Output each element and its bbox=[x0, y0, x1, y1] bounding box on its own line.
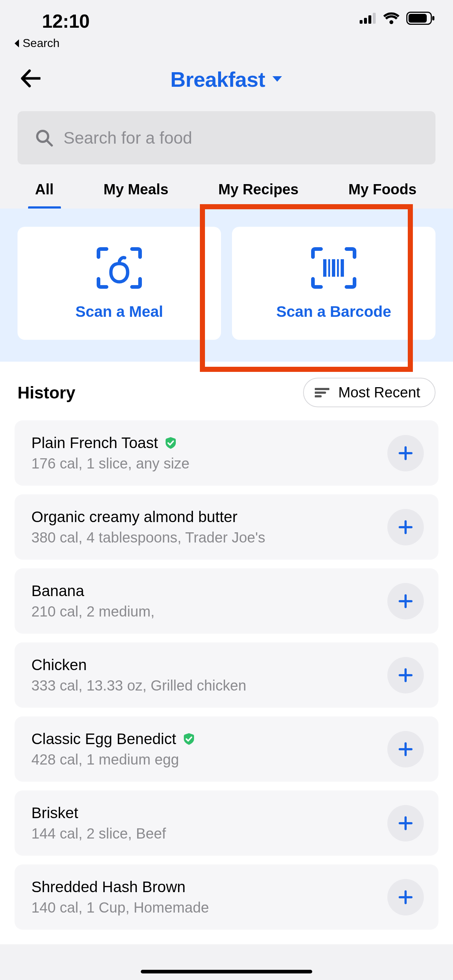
scan-meal-label: Scan a Meal bbox=[75, 303, 163, 320]
food-row[interactable]: Classic Egg Benedict428 cal, 1 medium eg… bbox=[14, 716, 439, 782]
food-name: Plain French Toast bbox=[31, 434, 158, 452]
svg-rect-10 bbox=[328, 259, 330, 277]
arrow-left-icon bbox=[20, 69, 40, 88]
svg-rect-0 bbox=[360, 20, 362, 24]
svg-rect-6 bbox=[432, 16, 434, 21]
back-search-label: Search bbox=[22, 37, 59, 50]
scan-row: Scan a Meal Scan a Barcode bbox=[0, 208, 453, 362]
verified-badge-icon bbox=[164, 437, 177, 449]
tab-my-foods[interactable]: My Foods bbox=[348, 175, 416, 208]
verified-badge-icon bbox=[183, 733, 195, 745]
battery-icon bbox=[406, 12, 435, 25]
back-caret-icon bbox=[13, 39, 21, 48]
plus-icon bbox=[397, 815, 414, 831]
food-detail: 140 cal, 1 Cup, Homemade bbox=[31, 899, 380, 916]
category-tabs: All My Meals My Recipes My Foods bbox=[0, 175, 453, 208]
food-row[interactable]: Shredded Hash Brown140 cal, 1 Cup, Homem… bbox=[14, 864, 439, 930]
back-button[interactable] bbox=[20, 69, 40, 89]
food-name: Chicken bbox=[31, 656, 87, 674]
svg-rect-9 bbox=[323, 259, 327, 277]
scan-barcode-icon bbox=[310, 246, 357, 290]
search-bar[interactable] bbox=[18, 111, 435, 164]
svg-line-8 bbox=[47, 141, 52, 145]
search-input[interactable] bbox=[64, 128, 418, 148]
cellular-icon bbox=[360, 13, 376, 24]
tab-my-recipes[interactable]: My Recipes bbox=[218, 175, 298, 208]
sort-icon bbox=[315, 387, 329, 398]
food-row[interactable]: Organic creamy almond butter380 cal, 4 t… bbox=[14, 495, 439, 560]
svg-rect-12 bbox=[337, 259, 339, 277]
add-food-button[interactable] bbox=[388, 879, 424, 915]
page-title: Breakfast bbox=[170, 67, 265, 92]
svg-rect-1 bbox=[364, 18, 367, 24]
status-right bbox=[360, 12, 435, 25]
chevron-down-icon bbox=[272, 75, 283, 83]
svg-rect-3 bbox=[373, 13, 376, 24]
back-search-link[interactable]: Search bbox=[0, 37, 453, 54]
history-list: Plain French Toast176 cal, 1 slice, any … bbox=[0, 420, 453, 944]
add-food-button[interactable] bbox=[388, 731, 424, 767]
sort-label: Most Recent bbox=[338, 384, 420, 401]
header: Breakfast bbox=[0, 54, 453, 105]
meal-selector[interactable]: Breakfast bbox=[170, 67, 283, 92]
food-text: Shredded Hash Brown140 cal, 1 Cup, Homem… bbox=[31, 878, 380, 916]
add-food-button[interactable] bbox=[388, 805, 424, 842]
food-name: Brisket bbox=[31, 804, 78, 822]
food-text: Classic Egg Benedict428 cal, 1 medium eg… bbox=[31, 730, 380, 768]
scan-barcode-card[interactable]: Scan a Barcode bbox=[232, 227, 435, 340]
sort-button[interactable]: Most Recent bbox=[303, 378, 435, 407]
svg-rect-2 bbox=[368, 15, 371, 24]
food-row[interactable]: Banana210 cal, 2 medium, bbox=[14, 568, 439, 634]
food-detail: 333 cal, 13.33 oz, Grilled chicken bbox=[31, 678, 380, 694]
food-text: Chicken333 cal, 13.33 oz, Grilled chicke… bbox=[31, 656, 380, 694]
wifi-icon bbox=[383, 13, 400, 24]
plus-icon bbox=[397, 667, 414, 683]
add-food-button[interactable] bbox=[388, 657, 424, 694]
plus-icon bbox=[397, 519, 414, 535]
history-title: History bbox=[18, 383, 75, 402]
food-detail: 144 cal, 2 slice, Beef bbox=[31, 826, 380, 842]
food-name: Shredded Hash Brown bbox=[31, 878, 186, 896]
food-detail: 380 cal, 4 tablespoons, Trader Joe's bbox=[31, 530, 380, 546]
plus-icon bbox=[397, 445, 414, 461]
plus-icon bbox=[397, 889, 414, 905]
status-bar: 12:10 bbox=[0, 0, 453, 37]
food-name: Organic creamy almond butter bbox=[31, 508, 238, 526]
food-row[interactable]: Chicken333 cal, 13.33 oz, Grilled chicke… bbox=[14, 643, 439, 708]
svg-rect-11 bbox=[332, 259, 335, 277]
add-food-button[interactable] bbox=[388, 583, 424, 619]
food-row[interactable]: Brisket144 cal, 2 slice, Beef bbox=[14, 791, 439, 856]
food-name: Classic Egg Benedict bbox=[31, 730, 176, 748]
food-row[interactable]: Plain French Toast176 cal, 1 slice, any … bbox=[14, 420, 439, 485]
history-header: History Most Recent bbox=[0, 362, 453, 420]
scan-meal-icon bbox=[96, 246, 143, 290]
food-text: Brisket144 cal, 2 slice, Beef bbox=[31, 804, 380, 842]
food-detail: 210 cal, 2 medium, bbox=[31, 603, 380, 620]
svg-rect-13 bbox=[341, 259, 344, 277]
add-food-button[interactable] bbox=[388, 509, 424, 546]
food-text: Organic creamy almond butter380 cal, 4 t… bbox=[31, 508, 380, 546]
food-detail: 176 cal, 1 slice, any size bbox=[31, 455, 380, 472]
home-indicator bbox=[141, 970, 312, 974]
plus-icon bbox=[397, 741, 414, 757]
food-detail: 428 cal, 1 medium egg bbox=[31, 751, 380, 768]
search-wrap bbox=[0, 105, 453, 175]
svg-rect-5 bbox=[408, 14, 427, 22]
plus-icon bbox=[397, 593, 414, 609]
scan-meal-card[interactable]: Scan a Meal bbox=[18, 227, 221, 340]
food-name: Banana bbox=[31, 582, 84, 600]
tab-my-meals[interactable]: My Meals bbox=[104, 175, 169, 208]
scan-barcode-label: Scan a Barcode bbox=[276, 303, 391, 320]
food-text: Banana210 cal, 2 medium, bbox=[31, 582, 380, 620]
food-text: Plain French Toast176 cal, 1 slice, any … bbox=[31, 434, 380, 472]
status-time: 12:10 bbox=[42, 10, 90, 32]
tab-all[interactable]: All bbox=[35, 175, 54, 208]
search-icon bbox=[35, 129, 53, 147]
add-food-button[interactable] bbox=[388, 435, 424, 471]
